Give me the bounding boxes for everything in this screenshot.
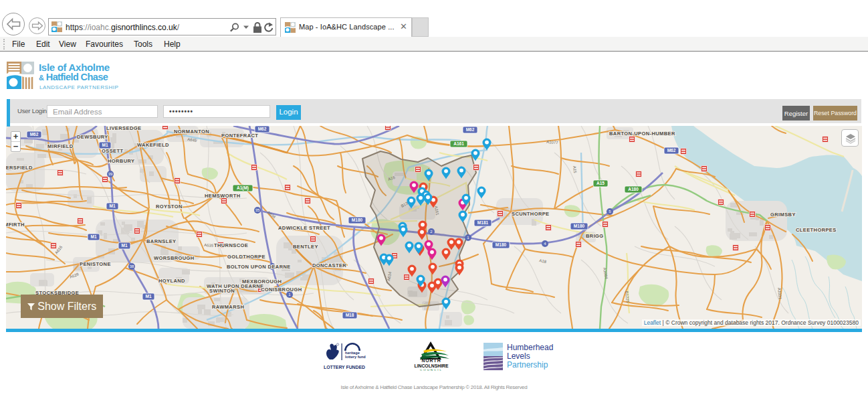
svg-text:Partnership: Partnership [507,360,548,370]
svg-text:M181: M181 [477,220,489,225]
svg-text:PENISTONE: PENISTONE [80,261,111,267]
svg-text:M180: M180 [574,224,585,228]
svg-text:M62: M62 [30,132,39,137]
svg-text:lottery fund: lottery fund [345,355,366,359]
svg-text:NORMANTON: NORMANTON [174,129,209,135]
svg-text:DONCASTER: DONCASTER [312,262,346,268]
svg-text:BARTON-UPON-HUMBER: BARTON-UPON-HUMBER [609,131,675,137]
svg-text:38: 38 [130,264,134,268]
svg-text:LINCOLNSHIRE: LINCOLNSHIRE [415,364,449,368]
svg-text:A161: A161 [453,141,464,146]
svg-text:BRIGG: BRIGG [586,233,604,239]
svg-text:SWINTON: SWINTON [209,288,235,294]
svg-text:CLEETHORPES: CLEETHORPES [796,227,837,233]
svg-text:A180: A180 [628,187,639,191]
svg-text:LMFIRTH: LMFIRTH [6,222,25,228]
svg-text:DEWSBURY: DEWSBURY [77,134,108,140]
svg-text:A635: A635 [204,243,214,248]
svg-text:39: 39 [108,172,113,176]
svg-text:M1: M1 [145,294,151,299]
svg-text:LOTTERY FUNDED: LOTTERY FUNDED [324,364,365,370]
svg-text:M180: M180 [352,218,363,222]
svg-text:M62: M62 [667,148,676,153]
svg-text:ROYSTON: ROYSTON [156,204,183,210]
svg-text:MIRFIELD: MIRFIELD [47,143,74,149]
svg-text:ADWICKLE STREET: ADWICKLE STREET [278,225,330,231]
svg-text:GOLDTHORPE: GOLDTHORPE [227,254,265,260]
svg-text:THURNSCOE: THURNSCOE [214,242,248,248]
svg-text:M1: M1 [121,243,127,248]
svg-text:SCUNTHORPE: SCUNTHORPE [512,211,550,217]
svg-text:A15: A15 [572,165,577,173]
svg-text:BARNSLEY: BARNSLEY [146,238,176,244]
svg-text:RAWMARSH: RAWMARSH [212,304,244,310]
svg-text:A15: A15 [596,181,605,185]
svg-text:HEMSWORTH: HEMSWORTH [205,193,241,199]
svg-text:M62: M62 [466,127,475,132]
svg-text:OSSETT: OSSETT [102,148,123,154]
svg-text:Levels: Levels [507,351,530,361]
svg-text:M1: M1 [102,143,108,147]
svg-text:LIVERSEDGE: LIVERSEDGE [106,126,141,131]
svg-text:COUNCIL: COUNCIL [420,368,443,372]
svg-text:BENTLEY: BENTLEY [293,244,318,250]
svg-text:M1: M1 [90,234,96,239]
svg-text:PONTEFRACT: PONTEFRACT [221,133,258,139]
svg-text:M62: M62 [258,127,267,131]
svg-text:NORTH: NORTH [421,358,441,363]
svg-text:M180: M180 [496,242,507,247]
svg-text:DDERSFIELD: DDERSFIELD [6,165,33,171]
svg-text:WAKEFIELD: WAKEFIELD [137,142,169,148]
svg-text:BOLTON UPON DEARNE: BOLTON UPON DEARNE [227,264,291,270]
svg-text:M18: M18 [346,313,354,317]
svg-text:M1: M1 [109,204,115,208]
svg-text:HORBURY: HORBURY [108,158,134,164]
svg-text:CONISBROUGH: CONISBROUGH [261,287,302,293]
svg-text:WORSBROUGH: WORSBROUGH [154,255,195,261]
svg-text:A1077: A1077 [546,140,558,145]
svg-text:A1(M): A1(M) [237,185,249,191]
svg-text:MEXBOROUGH: MEXBOROUGH [242,278,282,285]
svg-text:HOYLAND: HOYLAND [158,278,185,284]
svg-text:35: 35 [255,208,260,212]
svg-text:Humberhead: Humberhead [507,343,553,352]
svg-text:GRIMSBY: GRIMSBY [770,212,796,218]
